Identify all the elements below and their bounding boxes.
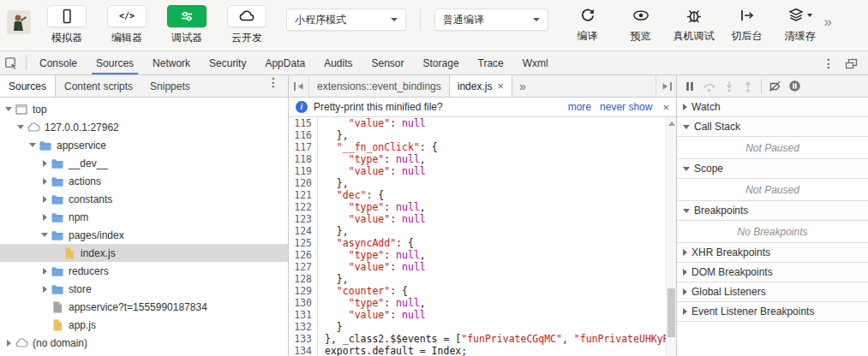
tree-expander[interactable] [4,107,13,111]
editor-tabs-overflow-button[interactable]: » [512,75,531,97]
tree-item-store[interactable]: store [0,280,288,298]
section-header-call-stack[interactable]: Call Stack [677,117,868,137]
compile-mode-select[interactable]: 普通编译 [434,9,548,31]
line-number[interactable]: 133 [289,333,318,345]
line-number[interactable]: 116 [289,129,318,141]
line-number[interactable]: 134 [289,345,318,356]
scrollbar-thumb[interactable] [667,288,675,337]
tree-item-appservice[interactable]: appservice [0,136,288,154]
tree-item-app-js[interactable]: app.js [0,316,288,334]
editor-scrollbar[interactable] [666,117,676,356]
devtools-tab-storage[interactable]: Storage [414,51,469,74]
editor-tab-index-js[interactable]: index.js× [449,75,512,97]
line-number[interactable]: 127 [289,261,318,273]
navigator-tab-snippets[interactable]: Snippets [141,75,199,97]
toolbar-button-compile[interactable]: 编译 [564,5,612,44]
deactivate-breakpoints-button[interactable] [769,80,781,92]
tree-item-no-domain[interactable]: (no domain) [0,334,288,352]
tree-item-npm[interactable]: npm [0,208,288,226]
tree-item-appservice-t-1555990187834[interactable]: appservice?t=1555990187834 [0,298,288,316]
line-number[interactable]: 117 [289,141,318,153]
devtools-tab-sensor[interactable]: Sensor [362,51,414,74]
tree-item-index-js[interactable]: index.js [0,244,288,262]
section-header-breakpoints[interactable]: Breakpoints [677,201,868,221]
mode-select[interactable]: 小程序模式 [286,9,406,31]
toolbar-button-clear-cache[interactable]: 清缓存 [776,5,824,44]
section-header-watch[interactable]: Watch [677,98,868,117]
devtools-tab-console[interactable]: Console [30,51,87,74]
section-header-scope[interactable]: Scope [677,159,868,179]
navigator-tab-sources[interactable]: Sources [0,75,56,97]
line-number[interactable]: 119 [289,165,318,177]
line-number[interactable]: 125 [289,237,318,249]
step-over-button[interactable] [703,80,716,92]
tree-expander[interactable] [28,143,37,147]
dock-side-button[interactable] [843,57,868,69]
line-number[interactable]: 122 [289,201,318,213]
section-header-global-listeners[interactable]: Global Listeners [677,282,868,302]
tree-expander[interactable] [40,196,49,203]
section-header-event-listener-breakpoints[interactable]: Event Listener Breakpoints [677,302,868,322]
devtools-tab-audits[interactable]: Audits [314,51,362,74]
devtools-menu-button[interactable]: ⋮ [814,56,843,70]
tree-item-constants[interactable]: constants [0,190,288,208]
user-avatar[interactable] [7,10,31,34]
line-number[interactable]: 129 [289,285,318,297]
infobar-close-icon[interactable]: × [662,101,669,114]
line-number[interactable]: 130 [289,297,318,309]
tree-item-actions[interactable]: actions [0,172,288,190]
step-out-button[interactable] [742,80,754,92]
scroll-up-icon[interactable] [668,122,675,126]
tree-item-pages-index[interactable]: pages/index [0,226,288,244]
tree-expander[interactable] [40,268,49,275]
line-number[interactable]: 124 [289,225,318,237]
expand-debugger-button[interactable] [655,75,676,97]
devtools-tab-wxml[interactable]: Wxml [513,51,558,74]
editor-tab-extensions-event-bindings[interactable]: extensions::event_bindings [309,75,449,97]
tree-item-dev[interactable]: __dev__ [0,154,288,172]
section-header-xhr-breakpoints[interactable]: XHR Breakpoints [677,243,868,263]
section-header-dom-breakpoints[interactable]: DOM Breakpoints [677,263,868,282]
devtools-tab-sources[interactable]: Sources [87,51,143,74]
infobar-more-link[interactable]: more [568,101,591,113]
close-tab-icon[interactable]: × [497,80,504,92]
pause-on-exceptions-button[interactable] [788,80,801,92]
line-number[interactable]: 121 [289,189,318,201]
navigator-tab-content-scripts[interactable]: Content scripts [56,75,141,97]
toolbar-button-editor[interactable]: </>编辑器 [103,5,151,45]
tree-expander[interactable] [40,214,49,221]
line-number[interactable]: 123 [289,213,318,225]
tree-item-top[interactable]: top [0,100,288,118]
tree-item-reducers[interactable]: reducers [0,262,288,280]
tree-expander[interactable] [16,125,25,129]
pause-script-button[interactable] [684,80,696,92]
devtools-tab-trace[interactable]: Trace [469,51,513,74]
tree-expander[interactable] [40,286,49,293]
line-number[interactable]: 128 [289,273,318,285]
toolbar-button-device-debug[interactable]: 真机调试 [670,5,718,44]
line-number[interactable]: 120 [289,177,318,189]
tree-expander[interactable] [40,233,49,237]
toolbar-button-preview[interactable]: 预览 [617,5,665,44]
toolbar-button-simulator[interactable]: 模拟器 [43,5,91,45]
line-number[interactable]: 118 [289,153,318,165]
devtools-tab-network[interactable]: Network [143,51,200,74]
navigator-menu-button[interactable]: ⋮ [259,75,288,97]
tree-item-127-0-0-1-27962[interactable]: 127.0.0.1:27962 [0,118,288,136]
infobar-never-show-link[interactable]: never show [600,101,652,113]
tree-expander[interactable] [4,340,13,347]
toolbar-overflow-button[interactable]: » [824,14,830,31]
line-number[interactable]: 132 [289,321,318,333]
step-into-button[interactable] [723,80,735,92]
devtools-tab-appdata[interactable]: AppData [255,51,314,74]
devtools-tab-security[interactable]: Security [200,51,255,74]
line-number[interactable]: 126 [289,249,318,261]
inspect-element-button[interactable] [0,51,22,74]
toolbar-button-debugger[interactable]: 调试器 [163,5,211,45]
tree-expander[interactable] [40,160,49,167]
toolbar-button-to-background[interactable]: 切后台 [723,5,771,44]
tree-expander[interactable] [40,178,49,185]
collapse-navigator-button[interactable] [289,75,309,97]
toolbar-button-cloud-dev[interactable]: 云开发 [223,5,271,45]
line-number[interactable]: 131 [289,309,318,321]
